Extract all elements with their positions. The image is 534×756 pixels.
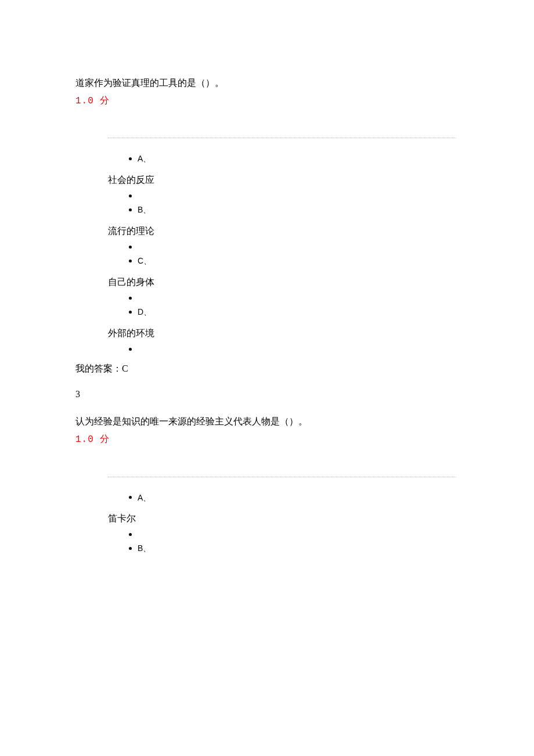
option-letter-row: C、	[129, 253, 459, 269]
divider	[108, 138, 456, 138]
bullet-empty-row	[129, 348, 459, 351]
q1-options: A、 社会的反应 B、 流行的理论 C、 自己的身体 D、 外部的环境	[108, 151, 459, 351]
option-letter-b: B、	[138, 541, 151, 556]
bullet-icon	[129, 547, 132, 550]
option-letter-row: D、	[129, 304, 459, 320]
q2-stem: 认为经验是知识的唯一来源的经验主义代表人物是（）。	[75, 414, 459, 429]
option-letter-b: B、	[138, 202, 151, 218]
my-answer: 我的答案：C	[75, 361, 459, 376]
option-text-a: 笛卡尔	[108, 510, 459, 527]
option-letter-c: C、	[138, 253, 151, 269]
bullet-empty-row	[129, 297, 459, 300]
divider	[108, 477, 456, 477]
bullet-icon	[129, 195, 132, 197]
bullet-icon	[129, 533, 132, 536]
bullet-icon	[129, 496, 132, 499]
option-letter-row: B、	[129, 541, 459, 556]
option-letter-a: A、	[138, 151, 151, 167]
q1-score: 1.0 分	[75, 94, 459, 109]
my-answer-value: C	[122, 363, 128, 373]
bullet-icon	[129, 260, 132, 262]
option-text-a: 社会的反应	[108, 171, 459, 189]
bullet-icon	[129, 246, 132, 249]
bullet-icon	[129, 208, 132, 211]
bullet-icon	[129, 348, 132, 351]
bullet-icon	[129, 297, 132, 300]
q2-options: A、 笛卡尔 B、	[108, 490, 459, 557]
my-answer-label: 我的答案：	[75, 363, 122, 373]
option-letter-d: D、	[138, 304, 151, 320]
option-letter-row: A、	[129, 151, 459, 167]
document-page: 道家作为验证真理的工具的是（）。 1.0 分 A、 社会的反应 B、 流行的理论…	[0, 0, 534, 756]
bullet-empty-row	[129, 246, 459, 249]
bullet-icon	[129, 311, 132, 314]
option-text-b: 流行的理论	[108, 222, 459, 240]
q1-stem: 道家作为验证真理的工具的是（）。	[75, 75, 459, 91]
option-letter-a: A、	[138, 490, 151, 506]
q2-score: 1.0 分	[75, 433, 459, 448]
bullet-empty-row	[129, 195, 459, 197]
option-letter-row: A、	[129, 490, 459, 506]
bullet-icon	[129, 157, 132, 160]
q2-number: 3	[75, 387, 459, 402]
bullet-empty-row	[129, 533, 459, 536]
option-text-c: 自己的身体	[108, 273, 459, 291]
option-letter-row: B、	[129, 202, 459, 218]
option-text-d: 外部的环境	[108, 325, 459, 342]
